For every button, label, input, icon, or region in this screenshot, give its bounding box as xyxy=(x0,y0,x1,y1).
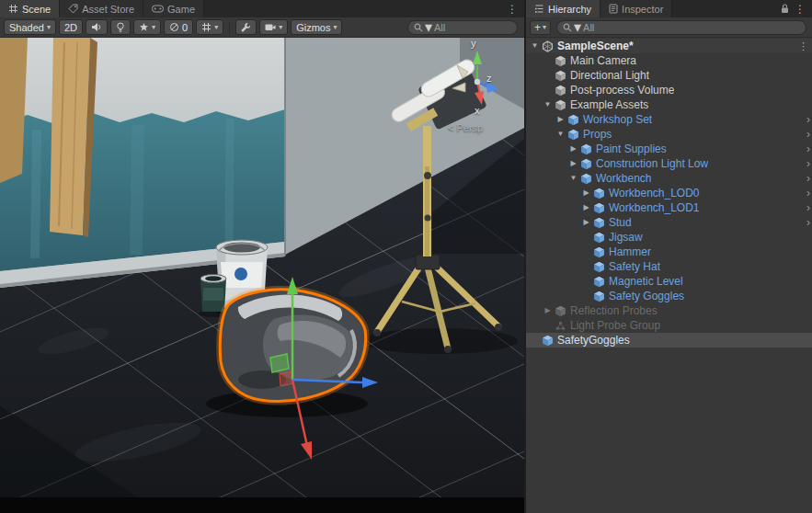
tab-scene[interactable]: Scene xyxy=(0,0,60,17)
foldout-collapsed-icon[interactable]: ▶ xyxy=(580,189,592,197)
scene-search[interactable]: ▾ xyxy=(407,20,518,35)
scene-search-input[interactable] xyxy=(434,22,511,33)
hierarchy-item-workbench-lod1[interactable]: ▶Workbench_LOD1› xyxy=(526,200,812,215)
effects-dropdown[interactable]: ▾ xyxy=(133,19,161,35)
hierarchy-item-safetygoggles[interactable]: SafetyGoggles xyxy=(526,333,812,348)
foldout-collapsed-icon[interactable]: ▶ xyxy=(580,204,592,211)
hierarchy-item-paint-supplies[interactable]: ▶Paint Supplies› xyxy=(526,142,812,156)
effects-star-icon xyxy=(139,22,149,32)
search-icon xyxy=(414,23,423,32)
foldout-expanded-icon[interactable]: ▼ xyxy=(567,175,579,182)
lighting-toggle-button[interactable] xyxy=(110,19,131,35)
hierarchy-toolbar: + ▾ ▾ xyxy=(526,17,812,38)
indent-spacer xyxy=(526,134,555,135)
toggle-2d-button[interactable]: 2D xyxy=(59,19,83,35)
hierarchy-item-samplescene[interactable]: ▼SampleScene*⋮ xyxy=(526,39,812,53)
scene-grid-icon xyxy=(8,4,18,14)
tab-game-label: Game xyxy=(167,4,195,15)
hierarchy-search[interactable]: ▾ xyxy=(556,20,806,35)
scene-menu-kebab-icon[interactable]: ⋮ xyxy=(798,40,808,52)
hierarchy-panel: Hierarchy Inspector ⋮ + ▾ ▾ ▼SampleScene xyxy=(526,0,812,513)
chevron-down-icon: ▾ xyxy=(543,23,546,31)
hierarchy-item-workbench-lod0[interactable]: ▶Workbench_LOD0› xyxy=(526,186,812,200)
hierarchy-item-workshop-set[interactable]: ▶Workshop Set› xyxy=(526,112,812,127)
hierarchy-tree[interactable]: ▼SampleScene*⋮Main CameraDirectional Lig… xyxy=(526,38,812,513)
prefab-open-chevron-icon[interactable]: › xyxy=(806,142,810,155)
indent-spacer xyxy=(526,164,567,165)
hierarchy-item-safety-goggles[interactable]: Safety Goggles xyxy=(526,289,812,303)
prefab-icon xyxy=(579,142,593,155)
audio-toggle-button[interactable] xyxy=(86,19,108,35)
hierarchy-item-magnetic-level[interactable]: Magnetic Level xyxy=(526,274,812,289)
hierarchy-search-input[interactable] xyxy=(583,22,800,33)
prefab-open-chevron-icon[interactable]: › xyxy=(806,201,810,214)
hierarchy-item-workbench[interactable]: ▼Workbench› xyxy=(526,171,812,186)
hierarchy-item-jigsaw[interactable]: Jigsaw xyxy=(526,230,812,245)
gizmos-dropdown[interactable]: Gizmos ▾ xyxy=(291,19,342,35)
hierarchy-item-label: Post-process Volume xyxy=(570,84,674,97)
tab-inspector[interactable]: Inspector xyxy=(600,0,672,17)
hierarchy-item-label: SampleScene* xyxy=(557,40,634,52)
hierarchy-item-reflection-probes[interactable]: ▶Reflection Probes xyxy=(526,303,812,318)
hierarchy-item-label: Jigsaw xyxy=(609,231,643,244)
hierarchy-item-label: Safety Goggles xyxy=(609,290,684,302)
grid-visibility-dropdown[interactable]: ▾ xyxy=(196,19,223,35)
indent-spacer xyxy=(526,340,529,341)
chevron-down-icon: ▾ xyxy=(574,18,581,36)
hierarchy-item-directional-light[interactable]: Directional Light xyxy=(526,68,812,83)
draw-mode-dropdown[interactable]: Shaded ▾ xyxy=(4,19,56,35)
hierarchy-item-hammer[interactable]: Hammer xyxy=(526,245,812,259)
scene-visibility-button[interactable]: 0 xyxy=(164,19,193,35)
asset-store-icon xyxy=(68,4,78,14)
hierarchy-item-main-camera[interactable]: Main Camera xyxy=(526,53,812,68)
tab-asset-store-label: Asset Store xyxy=(82,4,134,15)
hierarchy-item-label: Example Assets xyxy=(570,98,648,111)
foldout-collapsed-icon[interactable]: ▶ xyxy=(542,307,554,314)
persp-label[interactable]: < Persp xyxy=(448,122,483,133)
gizmo-axis-z-label[interactable]: z xyxy=(486,73,492,84)
camera-dropdown[interactable]: ▾ xyxy=(259,19,288,35)
foldout-expanded-icon[interactable]: ▼ xyxy=(542,101,554,108)
hierarchy-item-construction-light-low[interactable]: ▶Construction Light Low› xyxy=(526,156,812,171)
tools-button[interactable] xyxy=(235,19,257,35)
foldout-collapsed-icon[interactable]: ▶ xyxy=(555,116,566,123)
lock-icon[interactable] xyxy=(781,4,789,14)
foldout-collapsed-icon[interactable]: ▶ xyxy=(567,160,579,167)
foldout-collapsed-icon[interactable]: ▶ xyxy=(567,145,579,153)
prefab-open-chevron-icon[interactable]: › xyxy=(806,157,810,170)
tab-game[interactable]: Game xyxy=(143,0,204,17)
hierarchy-panel-menu-icon[interactable]: ⋮ xyxy=(795,4,806,15)
hierarchy-item-label: Directional Light xyxy=(570,69,649,82)
tab-hierarchy[interactable]: Hierarchy xyxy=(526,0,600,17)
hierarchy-item-label: SafetyGoggles xyxy=(557,334,630,347)
indent-spacer xyxy=(526,149,567,150)
create-object-button[interactable]: + ▾ xyxy=(530,20,551,35)
hierarchy-item-post-process-volume[interactable]: Post-process Volume xyxy=(526,83,812,97)
prefab-open-chevron-icon[interactable]: › xyxy=(806,113,810,126)
hierarchy-item-label: Main Camera xyxy=(570,54,636,67)
prefab-open-chevron-icon[interactable]: › xyxy=(806,187,810,200)
foldout-expanded-icon[interactable]: ▼ xyxy=(529,42,541,50)
prefab-open-chevron-icon[interactable]: › xyxy=(806,216,810,229)
hierarchy-list-icon xyxy=(534,4,544,14)
prefab-icon xyxy=(541,334,555,347)
prefab-icon xyxy=(566,128,580,141)
hierarchy-item-label: Workbench xyxy=(596,172,651,185)
prefab-open-chevron-icon[interactable]: › xyxy=(806,172,810,185)
hierarchy-item-safety-hat[interactable]: Safety Hat xyxy=(526,259,812,274)
scene-viewport[interactable]: y z x < Persp xyxy=(0,38,524,497)
foldout-expanded-icon[interactable]: ▼ xyxy=(555,131,566,138)
hierarchy-item-light-probe-group[interactable]: Light Probe Group xyxy=(526,318,812,333)
hierarchy-item-stud[interactable]: ▶Stud› xyxy=(526,215,812,230)
prefab-open-chevron-icon[interactable]: › xyxy=(806,128,810,141)
gamepad-icon xyxy=(152,5,164,13)
unity-scene-icon xyxy=(541,40,555,52)
tab-asset-store[interactable]: Asset Store xyxy=(60,0,143,17)
gizmo-axis-x-label[interactable]: x xyxy=(475,105,480,116)
gizmo-axis-y-label[interactable]: y xyxy=(471,38,476,49)
hierarchy-item-props[interactable]: ▼Props› xyxy=(526,127,812,142)
hierarchy-item-label: Light Probe Group xyxy=(570,319,660,332)
scene-panel-menu-icon[interactable]: ⋮ xyxy=(507,4,518,15)
hierarchy-item-example-assets[interactable]: ▼Example Assets xyxy=(526,97,812,112)
foldout-collapsed-icon[interactable]: ▶ xyxy=(580,219,592,226)
